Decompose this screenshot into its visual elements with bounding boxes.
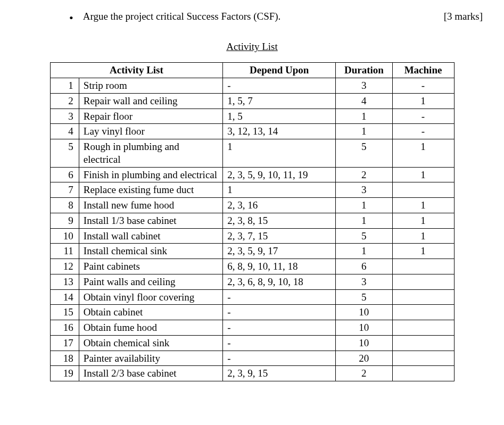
table-row: 6Finish in plumbing and electrical2, 3, …: [50, 167, 454, 182]
row-number: 1: [50, 78, 79, 94]
row-depend: -: [223, 78, 336, 94]
table-row: 9Install 1/3 base cabinet2, 3, 8, 1511: [50, 213, 454, 228]
table-row: 18Painter availability-20: [50, 351, 454, 366]
row-machine: [392, 274, 454, 289]
row-duration: 1: [336, 109, 392, 124]
row-machine: 1: [392, 244, 454, 259]
row-duration: 1: [336, 198, 392, 213]
table-row: 14Obtain vinyl floor covering-5: [50, 289, 454, 305]
row-depend: 2, 3, 16: [223, 198, 336, 213]
table-row: 12Paint cabinets6, 8, 9, 10, 11, 186: [50, 259, 454, 274]
row-duration: 3: [336, 78, 392, 94]
row-activity: Strip room: [79, 78, 222, 94]
row-number: 17: [50, 335, 79, 351]
table-row: 7Replace existing fume duct13: [50, 182, 454, 198]
table-row: 1Strip room-3-: [50, 78, 454, 94]
row-duration: 10: [336, 335, 392, 351]
row-depend: 2, 3, 5, 9, 10, 11, 19: [223, 167, 336, 182]
row-number: 19: [50, 366, 79, 381]
row-duration: 4: [336, 93, 392, 109]
row-number: 18: [50, 351, 79, 366]
table-row: 2Repair wall and ceiling1, 5, 741: [50, 93, 454, 109]
row-machine: [392, 305, 454, 320]
row-depend: 1, 5: [223, 109, 336, 124]
row-depend: 2, 3, 7, 15: [223, 228, 336, 244]
row-duration: 10: [336, 305, 392, 320]
row-duration: 3: [336, 182, 392, 198]
row-activity: Finish in plumbing and electrical: [79, 167, 222, 182]
row-depend: 2, 3, 8, 15: [223, 213, 336, 228]
row-number: 8: [50, 198, 79, 213]
row-machine: [392, 366, 454, 381]
row-activity: Paint walls and ceiling: [79, 274, 222, 289]
row-machine: 1: [392, 198, 454, 213]
row-depend: -: [223, 289, 336, 305]
bullet-text: Argue the project critical Success Facto…: [83, 11, 423, 22]
row-depend: -: [223, 320, 336, 336]
row-machine: -: [392, 124, 454, 139]
row-number: 13: [50, 274, 79, 289]
row-machine: [392, 259, 454, 274]
table-row: 17Obtain chemical sink-10: [50, 335, 454, 351]
row-machine: 1: [392, 228, 454, 244]
row-activity: Replace existing fume duct: [79, 182, 222, 198]
row-depend: 2, 3, 6, 8, 9, 10, 18: [223, 274, 336, 289]
row-duration: 5: [336, 289, 392, 305]
row-number: 14: [50, 289, 79, 305]
row-machine: [392, 335, 454, 351]
row-number: 10: [50, 228, 79, 244]
row-duration: 2: [336, 167, 392, 182]
row-machine: -: [392, 109, 454, 124]
table-row: 13Paint walls and ceiling2, 3, 6, 8, 9, …: [50, 274, 454, 289]
row-number: 16: [50, 320, 79, 336]
table-header-row: Activity List Depend Upon Duration Machi…: [50, 63, 454, 78]
row-activity: Install chemical sink: [79, 244, 222, 259]
row-number: 2: [50, 93, 79, 109]
bullet-icon: •: [69, 11, 73, 25]
row-activity: Repair wall and ceiling: [79, 93, 222, 109]
row-duration: 5: [336, 139, 392, 168]
row-duration: 1: [336, 213, 392, 228]
row-duration: 3: [336, 274, 392, 289]
row-activity: Install 2/3 base cabinet: [79, 366, 222, 381]
row-activity: Obtain cabinet: [79, 305, 222, 320]
row-machine: [392, 320, 454, 336]
row-number: 11: [50, 244, 79, 259]
row-number: 6: [50, 167, 79, 182]
section-title: Activity List: [21, 41, 483, 53]
marks-label: [3 marks]: [444, 11, 483, 22]
row-number: 12: [50, 259, 79, 274]
table-row: 15Obtain cabinet-10: [50, 305, 454, 320]
row-duration: 20: [336, 351, 392, 366]
row-machine: [392, 289, 454, 305]
row-activity: Install 1/3 base cabinet: [79, 213, 222, 228]
table-row: 16Obtain fume hood-10: [50, 320, 454, 336]
header-depend: Depend Upon: [223, 63, 336, 78]
row-number: 4: [50, 124, 79, 139]
row-number: 7: [50, 182, 79, 198]
row-depend: 2, 3, 9, 15: [223, 366, 336, 381]
row-number: 3: [50, 109, 79, 124]
row-machine: 1: [392, 139, 454, 168]
row-number: 5: [50, 139, 79, 168]
row-depend: -: [223, 335, 336, 351]
row-activity: Obtain fume hood: [79, 320, 222, 336]
row-depend: -: [223, 351, 336, 366]
table-row: 8Install new fume hood2, 3, 1611: [50, 198, 454, 213]
row-depend: -: [223, 305, 336, 320]
row-machine: 1: [392, 93, 454, 109]
row-activity: Install wall cabinet: [79, 228, 222, 244]
header-duration: Duration: [336, 63, 392, 78]
row-activity: Obtain vinyl floor covering: [79, 289, 222, 305]
row-number: 9: [50, 213, 79, 228]
row-machine: 1: [392, 213, 454, 228]
row-activity: Paint cabinets: [79, 259, 222, 274]
row-duration: 10: [336, 320, 392, 336]
row-activity: Repair floor: [79, 109, 222, 124]
table-row: 10Install wall cabinet2, 3, 7, 1551: [50, 228, 454, 244]
row-depend: 6, 8, 9, 10, 11, 18: [223, 259, 336, 274]
table-row: 5Rough in plumbing and electrical151: [50, 139, 454, 168]
row-activity: Rough in plumbing and electrical: [79, 139, 222, 168]
header-activity: Activity List: [50, 63, 223, 78]
row-activity: Install new fume hood: [79, 198, 222, 213]
